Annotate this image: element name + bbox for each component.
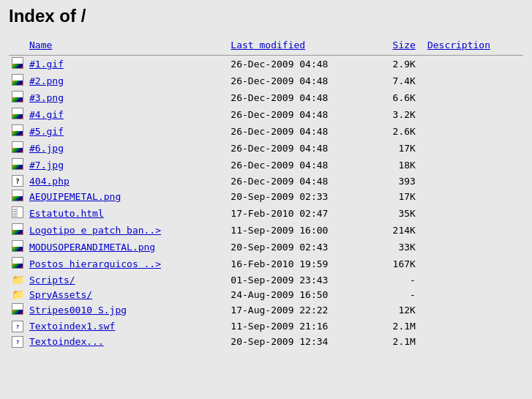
image-file-icon: [12, 124, 23, 136]
sort-desc-link[interactable]: Description: [427, 40, 490, 51]
file-modified-cell: 24-Aug-2009 16:50: [228, 287, 374, 302]
file-description-cell: [424, 239, 523, 256]
sort-size-link[interactable]: Size: [393, 40, 416, 51]
file-description-cell: [424, 287, 523, 302]
file-modified-cell: 20-Sep-2009 12:34: [228, 334, 374, 349]
icon-col-header: [9, 38, 26, 56]
folder-icon: 📁: [12, 274, 23, 286]
table-row: ?Textoindex1.swf11-Sep-2009 21:162.1M: [9, 318, 523, 334]
file-size-cell: 12K: [374, 302, 424, 318]
file-link[interactable]: Estatuto.html: [29, 208, 104, 219]
unknown-file-icon: ?: [12, 175, 23, 187]
file-icon-cell: [9, 56, 26, 73]
file-modified-cell: 11-Sep-2009 16:00: [228, 222, 374, 239]
image-file-icon: [12, 223, 23, 235]
file-link[interactable]: #7.jpg: [29, 160, 64, 171]
file-link[interactable]: #3.png: [29, 92, 64, 103]
file-modified-cell: 26-Dec-2009 04:48: [228, 157, 374, 174]
sort-name-link[interactable]: Name: [29, 40, 52, 51]
swf-file-icon: ?: [12, 321, 23, 332]
file-description-cell: [424, 256, 523, 272]
image-file-icon: [12, 74, 23, 86]
file-icon-cell: [9, 222, 26, 239]
file-link[interactable]: Logotipo e patch ban..>: [29, 225, 161, 236]
file-name-cell: Estatuto.html: [26, 205, 228, 222]
table-row: ════════Estatuto.html17-Feb-2010 02:4735…: [9, 205, 523, 222]
file-link[interactable]: Scripts/: [29, 275, 75, 286]
file-size-cell: 2.9K: [374, 56, 424, 73]
file-link[interactable]: Stripes0010 S.jpg: [29, 305, 127, 316]
table-row: Stripes0010 S.jpg17-Aug-2009 22:2212K: [9, 302, 523, 318]
file-icon-cell: [9, 302, 26, 318]
table-row: ?Textoindex...20-Sep-2009 12:342.1M: [9, 334, 523, 349]
image-file-icon: [12, 257, 23, 269]
file-size-cell: -: [374, 287, 424, 302]
file-size-cell: -: [374, 272, 424, 287]
file-icon-cell: [9, 239, 26, 256]
file-name-cell: Textoindex1.swf: [26, 318, 228, 334]
file-description-cell: [424, 174, 523, 188]
file-link[interactable]: #4.gif: [29, 109, 64, 120]
file-link[interactable]: #1.gif: [29, 59, 64, 70]
file-link[interactable]: MODUSOPERANDIMETAL.png: [29, 242, 155, 253]
file-icon-cell: [9, 157, 26, 174]
file-size-cell: 18K: [374, 157, 424, 174]
file-name-cell: #2.png: [26, 72, 228, 89]
file-link[interactable]: Textoindex1.swf: [29, 321, 115, 332]
file-modified-cell: 01-Sep-2009 23:43: [228, 272, 374, 287]
file-name-cell: Logotipo e patch ban..>: [26, 222, 228, 239]
file-size-cell: 17K: [374, 188, 424, 205]
file-description-cell: [424, 72, 523, 89]
file-modified-cell: 26-Dec-2009 04:48: [228, 72, 374, 89]
file-modified-cell: 26-Dec-2009 04:48: [228, 106, 374, 123]
file-modified-cell: 16-Feb-2010 19:59: [228, 256, 374, 272]
file-size-cell: 3.2K: [374, 106, 424, 123]
table-row: #1.gif26-Dec-2009 04:482.9K: [9, 56, 523, 73]
file-link[interactable]: #2.png: [29, 75, 64, 86]
file-description-cell: [424, 140, 523, 157]
file-name-cell: #3.png: [26, 89, 228, 106]
file-name-cell: #4.gif: [26, 106, 228, 123]
image-file-icon: [12, 108, 23, 119]
file-size-cell: 17K: [374, 140, 424, 157]
table-row: #4.gif26-Dec-2009 04:483.2K: [9, 106, 523, 123]
swf-file-icon: ?: [12, 336, 23, 348]
file-link[interactable]: #6.jpg: [29, 143, 64, 154]
file-icon-cell: ?: [9, 318, 26, 334]
file-link[interactable]: Textoindex...: [29, 336, 104, 347]
table-row: 📁Scripts/01-Sep-2009 23:43-: [9, 272, 523, 287]
file-icon-cell: 📁: [9, 272, 26, 287]
file-link[interactable]: 404.php: [29, 176, 70, 187]
file-modified-cell: 26-Dec-2009 04:48: [228, 89, 374, 106]
folder-icon: 📁: [12, 288, 23, 300]
file-description-cell: [424, 123, 523, 140]
file-description-cell: [424, 302, 523, 318]
image-file-icon: [12, 240, 23, 252]
col-size-header[interactable]: Size: [374, 38, 424, 56]
file-link[interactable]: AEQUIPEMETAL.png: [29, 191, 121, 202]
file-description-cell: [424, 334, 523, 349]
col-modified-header[interactable]: Last modified: [228, 38, 374, 56]
file-description-cell: [424, 272, 523, 287]
file-description-cell: [424, 318, 523, 334]
table-row: #2.png26-Dec-2009 04:487.4K: [9, 72, 523, 89]
col-name-header[interactable]: Name: [26, 38, 228, 56]
file-size-cell: 167K: [374, 256, 424, 272]
image-file-icon: [12, 190, 23, 201]
file-link[interactable]: #5.gif: [29, 126, 64, 137]
file-link[interactable]: Postos hierarquicos ..>: [29, 258, 161, 269]
file-description-cell: [424, 157, 523, 174]
file-link[interactable]: SpryAssets/: [29, 289, 92, 300]
table-row: #6.jpg26-Dec-2009 04:4817K: [9, 140, 523, 157]
file-size-cell: 33K: [374, 239, 424, 256]
image-file-icon: [12, 57, 23, 69]
table-row: Postos hierarquicos ..>16-Feb-2010 19:59…: [9, 256, 523, 272]
file-name-cell: Stripes0010 S.jpg: [26, 302, 228, 318]
col-desc-header[interactable]: Description: [424, 38, 523, 56]
image-file-icon: [12, 141, 23, 153]
file-size-cell: 6.6K: [374, 89, 424, 106]
sort-modified-link[interactable]: Last modified: [231, 40, 305, 51]
file-name-cell: #5.gif: [26, 123, 228, 140]
image-file-icon: [12, 91, 23, 102]
file-size-cell: 214K: [374, 222, 424, 239]
